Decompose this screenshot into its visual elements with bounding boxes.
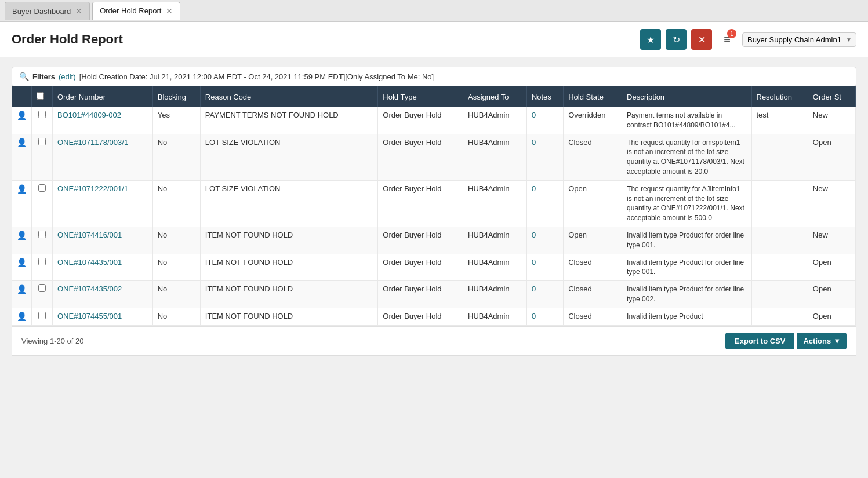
notes-link[interactable]: 0 <box>532 284 536 293</box>
row-hold-type: Order Buyer Hold <box>378 254 463 281</box>
table-body: 👤BO101#44809-002YesPAYMENT TERMS NOT FOU… <box>12 107 856 325</box>
row-resolution <box>751 134 808 180</box>
row-blocking: No <box>152 281 200 308</box>
row-order-status: Open <box>808 134 855 180</box>
row-hold-state: Overridden <box>564 107 622 134</box>
row-resolution <box>751 227 808 254</box>
order-link[interactable]: ONE#1074435/002 <box>57 284 122 293</box>
row-checkbox-cell <box>32 308 53 325</box>
row-reason-code: LOT SIZE VIOLATION <box>200 180 378 227</box>
notes-link[interactable]: 0 <box>532 184 536 193</box>
table-container: Order Number Blocking Reason Code Hold T… <box>12 86 856 326</box>
tab-bar: Buyer Dashboard ✕ Order Hold Report ✕ <box>0 0 868 22</box>
row-order-number[interactable]: BO101#44809-002 <box>53 107 153 134</box>
row-notes[interactable]: 0 <box>526 134 563 180</box>
table-row: 👤ONE#1074455/001NoITEM NOT FOUND HOLDOrd… <box>12 308 856 325</box>
tab-buyer-dashboard-label: Buyer Dashboard <box>12 7 71 16</box>
row-order-number[interactable]: ONE#1074455/001 <box>53 308 153 325</box>
row-notes[interactable]: 0 <box>526 107 563 134</box>
row-user-icon: 👤 <box>12 227 32 254</box>
row-order-number[interactable]: ONE#1071178/003/1 <box>53 134 153 180</box>
row-notes[interactable]: 0 <box>526 254 563 281</box>
row-order-number[interactable]: ONE#1074435/002 <box>53 281 153 308</box>
table-row: 👤ONE#1074435/002NoITEM NOT FOUND HOLDOrd… <box>12 281 856 308</box>
order-link[interactable]: ONE#1071222/001/1 <box>57 184 128 193</box>
row-blocking: No <box>152 134 200 180</box>
tab-buyer-dashboard[interactable]: Buyer Dashboard ✕ <box>5 2 90 20</box>
row-reason-code: ITEM NOT FOUND HOLD <box>200 227 378 254</box>
row-hold-state: Closed <box>564 134 622 180</box>
tab-buyer-dashboard-close[interactable]: ✕ <box>75 7 82 15</box>
order-link[interactable]: ONE#1071178/003/1 <box>57 138 128 147</box>
order-link[interactable]: ONE#1074435/001 <box>57 258 122 267</box>
notification-area[interactable]: ≡ 1 <box>717 29 738 50</box>
row-checkbox[interactable] <box>38 312 46 319</box>
notes-link[interactable]: 0 <box>532 258 536 267</box>
row-order-number[interactable]: ONE#1074416/001 <box>53 227 153 254</box>
row-hold-type: Order Buyer Hold <box>378 180 463 227</box>
th-order-number: Order Number <box>53 86 153 107</box>
row-reason-code: ITEM NOT FOUND HOLD <box>200 254 378 281</box>
order-link[interactable]: ONE#1074416/001 <box>57 231 122 239</box>
order-link[interactable]: ONE#1074455/001 <box>57 312 122 320</box>
notes-link[interactable]: 0 <box>532 231 536 239</box>
th-blocking: Blocking <box>152 86 200 107</box>
row-notes[interactable]: 0 <box>526 281 563 308</box>
scroll-area[interactable]: Order Number Blocking Reason Code Hold T… <box>12 86 856 326</box>
export-csv-button[interactable]: Export to CSV <box>725 333 794 349</box>
row-checkbox[interactable] <box>38 231 46 238</box>
row-checkbox[interactable] <box>38 184 46 192</box>
row-checkbox[interactable] <box>38 138 46 145</box>
row-notes[interactable]: 0 <box>526 227 563 254</box>
actions-button[interactable]: Actions ▼ <box>797 333 847 349</box>
user-select[interactable]: Buyer Supply Chain Admin1 <box>742 32 856 47</box>
row-notes[interactable]: 0 <box>526 308 563 325</box>
th-reason-code: Reason Code <box>200 86 378 107</box>
select-all-checkbox[interactable] <box>37 92 44 100</box>
row-description: Invalid item type Product <box>622 308 751 325</box>
th-notes: Notes <box>526 86 563 107</box>
row-reason-code: ITEM NOT FOUND HOLD <box>200 308 378 325</box>
row-resolution <box>751 308 808 325</box>
table-row: 👤ONE#1074435/001NoITEM NOT FOUND HOLDOrd… <box>12 254 856 281</box>
row-resolution <box>751 180 808 227</box>
row-user-icon: 👤 <box>12 134 32 180</box>
row-user-icon: 👤 <box>12 180 32 227</box>
row-resolution: test <box>751 107 808 134</box>
row-description: Invalid item type Product for order line… <box>622 227 751 254</box>
row-hold-type: Order Buyer Hold <box>378 107 463 134</box>
row-description: Invalid item type Product for order line… <box>622 281 751 308</box>
viewing-text: Viewing 1-20 of 20 <box>21 337 83 345</box>
star-button[interactable]: ★ <box>640 29 661 50</box>
table-row: 👤BO101#44809-002YesPAYMENT TERMS NOT FOU… <box>12 107 856 134</box>
row-checkbox-cell <box>32 107 53 134</box>
row-checkbox[interactable] <box>38 284 46 292</box>
row-order-number[interactable]: ONE#1071222/001/1 <box>53 180 153 227</box>
row-checkbox-cell <box>32 281 53 308</box>
filters-bar: 🔍 Filters (edit) [Hold Creation Date: Ju… <box>12 67 856 86</box>
row-checkbox[interactable] <box>38 111 46 118</box>
row-checkbox[interactable] <box>38 258 46 265</box>
row-user-icon: 👤 <box>12 281 32 308</box>
refresh-button[interactable]: ↻ <box>666 29 687 50</box>
notes-link[interactable]: 0 <box>532 138 536 147</box>
filters-edit[interactable]: (edit) <box>59 72 76 81</box>
row-order-status: Open <box>808 308 855 325</box>
row-hold-type: Order Buyer Hold <box>378 227 463 254</box>
notes-link[interactable]: 0 <box>532 111 536 119</box>
close-button[interactable]: ✕ <box>691 29 712 50</box>
row-checkbox-cell <box>32 134 53 180</box>
row-order-number[interactable]: ONE#1074435/001 <box>53 254 153 281</box>
row-notes[interactable]: 0 <box>526 180 563 227</box>
tab-order-hold-report[interactable]: Order Hold Report ✕ <box>92 2 180 20</box>
th-row-icon <box>12 86 32 107</box>
tab-order-hold-report-close[interactable]: ✕ <box>166 7 173 15</box>
table-row: 👤ONE#1071222/001/1NoLOT SIZE VIOLATIONOr… <box>12 180 856 227</box>
notes-link[interactable]: 0 <box>532 312 536 320</box>
order-link[interactable]: BO101#44809-002 <box>57 111 121 119</box>
footer-actions: Export to CSV Actions ▼ <box>725 333 847 349</box>
row-assigned-to: HUB4Admin <box>463 134 527 180</box>
th-checkbox <box>32 86 53 107</box>
row-description: The request quantity for AJlitemInfo1 is… <box>622 180 751 227</box>
row-checkbox-cell <box>32 227 53 254</box>
